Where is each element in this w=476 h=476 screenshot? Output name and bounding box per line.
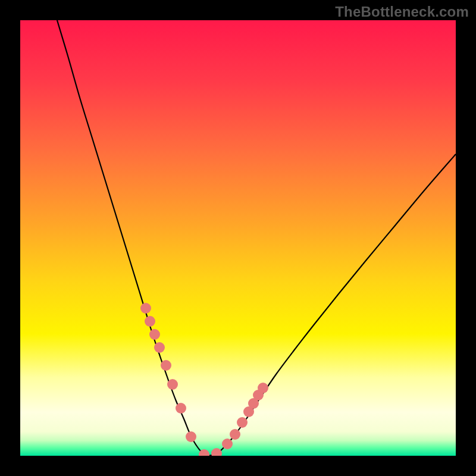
highlight-dot: [161, 360, 171, 371]
highlight-dot: [199, 449, 209, 456]
highlight-dot: [237, 417, 248, 428]
highlight-dot: [140, 303, 151, 314]
highlight-dot: [176, 403, 186, 414]
highlight-dot: [258, 383, 268, 393]
highlight-dot: [230, 429, 240, 440]
chart-frame: TheBottleneck.com: [0, 0, 476, 476]
highlight-dot: [222, 439, 233, 449]
highlight-dot: [149, 329, 160, 340]
watermark-text: TheBottleneck.com: [335, 4, 469, 20]
plot-area: [20, 20, 456, 456]
highlight-dot: [167, 379, 178, 390]
highlight-dot: [154, 342, 165, 353]
highlight-dot: [186, 431, 196, 442]
highlight-dot: [145, 316, 155, 327]
highlight-dots: [20, 20, 456, 456]
highlight-dot: [211, 448, 222, 456]
